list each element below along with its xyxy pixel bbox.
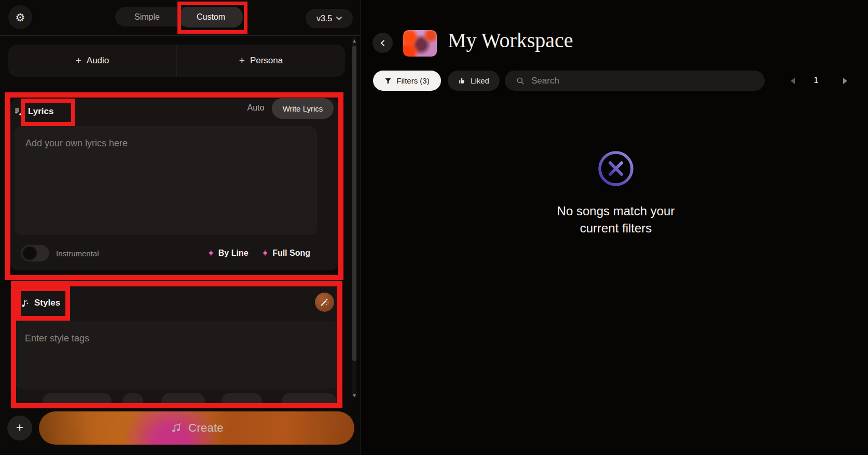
gear-icon: ⚙: [16, 12, 25, 23]
empty-state-message: No songs match your current filters: [538, 202, 694, 237]
write-lyrics-button[interactable]: Write Lyrics: [272, 98, 334, 119]
style-chip[interactable]: [282, 393, 336, 403]
music-notes-icon: [170, 422, 182, 434]
lyrics-footer: Instrumental ✦ By Line ✦ Full Song: [21, 244, 318, 263]
version-dropdown[interactable]: v3.5: [306, 9, 353, 28]
app-window: ⚙ Simple Custom v3.5 + Audio + Persona: [0, 0, 868, 455]
thumbs-up-icon: [458, 77, 466, 85]
plus-icon: +: [239, 55, 245, 66]
search-icon: [516, 77, 525, 85]
search-input[interactable]: Search: [505, 71, 765, 91]
liked-label: Liked: [471, 76, 489, 85]
no-results-icon: [597, 149, 635, 188]
add-audio-label: Audio: [87, 56, 109, 66]
styles-section-title: Styles: [21, 298, 60, 308]
style-wand-button[interactable]: [315, 293, 334, 312]
by-line-button[interactable]: ✦ By Line: [208, 249, 248, 258]
scrollbar-thumb[interactable]: [352, 46, 356, 361]
style-chip[interactable]: [122, 393, 143, 403]
add-persona-button[interactable]: + Persona: [177, 45, 345, 77]
sparkle-icon: ✦: [262, 249, 269, 258]
scrollbar-up-arrow-icon[interactable]: [353, 39, 356, 43]
instrumental-label: Instrumental: [56, 249, 99, 258]
by-line-label: By Line: [218, 249, 249, 258]
chevron-down-icon: [336, 17, 342, 20]
add-persona-label: Persona: [250, 56, 283, 66]
style-chip[interactable]: [43, 393, 112, 403]
chevron-left-icon: [378, 38, 388, 48]
mode-simple-button[interactable]: Simple: [115, 7, 179, 26]
add-audio-button[interactable]: + Audio: [8, 45, 177, 77]
instrumental-toggle[interactable]: [21, 245, 49, 261]
workspace-thumbnail[interactable]: [403, 30, 437, 57]
lyrics-input[interactable]: Add your own lyrics here: [15, 126, 317, 235]
style-chip[interactable]: [222, 393, 262, 403]
mode-toggle: Simple Custom: [115, 7, 242, 26]
create-panel: ⚙ Simple Custom v3.5 + Audio + Persona: [0, 0, 361, 455]
plus-icon: +: [16, 420, 23, 435]
search-placeholder: Search: [531, 76, 559, 86]
page-number: 1: [808, 76, 824, 85]
plus-icon: +: [76, 55, 81, 66]
style-chip[interactable]: [161, 393, 205, 403]
full-song-label: Full Song: [272, 249, 310, 258]
page-prev-button[interactable]: [791, 78, 795, 84]
settings-button[interactable]: ⚙: [8, 5, 32, 29]
attach-row: + Audio + Persona: [8, 45, 345, 77]
scrollbar-down-arrow-icon[interactable]: [353, 394, 356, 397]
toggle-knob: [22, 246, 37, 260]
filters-label: Filters (3): [396, 76, 429, 85]
create-top-bar: ⚙ Simple Custom v3.5: [0, 0, 361, 36]
page-next-button[interactable]: [843, 78, 847, 84]
back-button[interactable]: [373, 33, 393, 53]
wand-icon: [320, 297, 329, 307]
create-button[interactable]: Create: [39, 411, 354, 445]
filters-button[interactable]: Filters (3): [373, 71, 441, 91]
lyrics-section-title: Lyrics: [15, 106, 53, 117]
styles-input[interactable]: Enter style tags: [14, 321, 338, 389]
mode-custom-button[interactable]: Custom: [179, 7, 243, 27]
sparkle-icon: ✦: [208, 249, 214, 258]
full-song-button[interactable]: ✦ Full Song: [262, 249, 310, 258]
filter-funnel-icon: [384, 77, 392, 85]
styles-music-note-icon: [21, 299, 30, 308]
lyrics-icon: [15, 107, 23, 116]
add-button[interactable]: +: [7, 416, 32, 440]
create-label: Create: [188, 421, 224, 435]
lyrics-title-text: Lyrics: [28, 106, 53, 117]
version-value: v3.5: [316, 14, 332, 23]
workspace-title: My Workspace: [448, 28, 573, 52]
empty-state: No songs match your current filters: [538, 149, 694, 237]
styles-title-text: Styles: [34, 298, 60, 308]
liked-button[interactable]: Liked: [448, 71, 500, 91]
